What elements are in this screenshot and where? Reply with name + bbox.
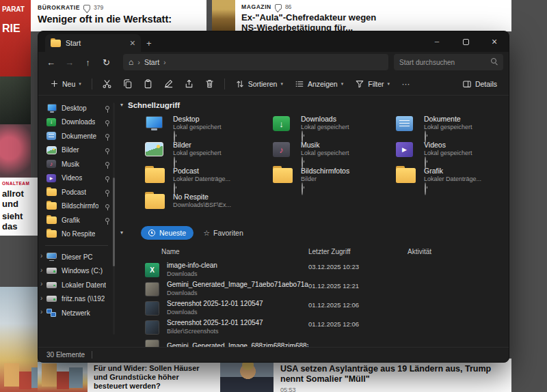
tile-podcast[interactable]: PodcastLokaler Datenträge... xyxy=(145,167,273,193)
sidebar-item-bilder[interactable]: Bilder xyxy=(38,143,115,158)
sidebar-item-bildschirmfotos[interactable]: Bildschirmfo xyxy=(38,199,115,214)
forward-button[interactable] xyxy=(61,54,78,70)
search-input[interactable] xyxy=(399,59,487,66)
chevron-down-icon[interactable] xyxy=(120,102,123,108)
sidebar-scrollbar[interactable] xyxy=(113,102,115,335)
image-thumbnail-icon xyxy=(145,320,159,335)
column-header-activity[interactable]: Aktivität xyxy=(408,248,431,255)
file-row[interactable]: Screenshot 2025-12-01 120547Bilder\Scree… xyxy=(120,318,503,337)
search-box[interactable] xyxy=(394,54,503,70)
sidebar-item-downloads[interactable]: Downloads xyxy=(38,115,115,130)
chevron-right-icon[interactable] xyxy=(40,309,42,316)
cut-button[interactable] xyxy=(98,75,116,93)
article-card-usa[interactable]: USA setzen Asylanträge aus 19 Ländern au… xyxy=(274,359,511,392)
delete-button[interactable] xyxy=(200,75,219,93)
tile-videos[interactable]: VideosLokal gespeichert xyxy=(396,141,509,167)
tile-bildschirmfotos[interactable]: BildschirmfotosBilder xyxy=(273,167,396,193)
article-photo[interactable] xyxy=(0,76,31,124)
folder-icon xyxy=(145,194,165,209)
folder-icon xyxy=(51,40,61,47)
sidebar-item-dieser-pc[interactable]: Dieser PC xyxy=(38,250,115,264)
rename-button[interactable] xyxy=(159,75,178,93)
sidebar-item-videos[interactable]: Videos xyxy=(38,171,115,186)
article-card-steuer[interactable]: Für und Wider: Sollen Häuser und Grundst… xyxy=(88,359,220,392)
article-card-buerokratie[interactable]: BÜROKRATIE 379 Weniger oft in die Werkst… xyxy=(31,0,206,31)
sidebar-item-netzwerk[interactable]: Netzwerk xyxy=(38,306,115,320)
details-button[interactable]: Details xyxy=(457,76,502,92)
article-card-magazin[interactable]: MAGAZIN 86 Ex-"Aula"-Chefredakteur wegen… xyxy=(212,0,511,31)
chevron-down-icon xyxy=(341,81,344,86)
copy-button[interactable] xyxy=(118,75,137,93)
tile-desktop[interactable]: DesktopLokal gespeichert xyxy=(145,115,273,141)
sidebar-item-no-respite[interactable]: No Respite xyxy=(38,227,115,242)
tab-start[interactable]: Start xyxy=(45,34,141,52)
view-button[interactable]: Anzeigen xyxy=(290,76,348,92)
file-row[interactable]: image-info-cleanDownloads 03.12.2025 10:… xyxy=(120,260,503,279)
image-thumbnail-icon xyxy=(145,339,159,348)
recent-tab[interactable]: Neueste xyxy=(141,226,194,240)
sidebar-item-desktop[interactable]: Desktop xyxy=(38,101,115,115)
sidebar-item-dokumente[interactable]: Dokumente xyxy=(38,129,115,143)
article-photo[interactable] xyxy=(0,124,31,178)
sidebar-item-podcast[interactable]: Podcast xyxy=(38,185,115,199)
paste-button[interactable] xyxy=(139,75,157,93)
article-card-left[interactable]: ONALTEAM allrot und sieht das xyxy=(0,178,38,236)
tile-no-respite[interactable]: No RespiteDownloads\BSF\Ex... xyxy=(145,193,273,219)
up-button[interactable] xyxy=(79,54,96,70)
favorites-tab[interactable]: ☆ Favoriten xyxy=(199,229,248,238)
folder-icon xyxy=(46,216,57,224)
tile-musik[interactable]: MusikLokal gespeichert xyxy=(273,141,396,167)
sidebar-item-windows-c[interactable]: Windows (C:) xyxy=(38,264,115,279)
tile-downloads[interactable]: DownloadsLokal gespeichert xyxy=(273,115,396,141)
minimize-button[interactable] xyxy=(423,31,451,52)
command-bar: Neu Sortieren Anzeigen F xyxy=(38,72,509,96)
chevron-right-icon[interactable] xyxy=(40,281,42,288)
sidebar-item-lokaler-datentraeger[interactable]: Lokaler Datent xyxy=(38,278,115,292)
column-header-last-access[interactable]: Letzter Zugriff xyxy=(308,248,408,255)
chevron-down-icon[interactable] xyxy=(120,230,123,236)
pin-icon xyxy=(105,190,109,194)
article-headline: Ex-"Aula"-Chefredakteur wegen xyxy=(241,12,376,23)
maximize-icon xyxy=(463,39,469,45)
share-button[interactable] xyxy=(180,75,198,93)
sidebar-item-fritz-nas[interactable]: fritz.nas (\\192 xyxy=(38,292,115,307)
maximize-button[interactable] xyxy=(451,31,480,52)
more-button[interactable]: ··· xyxy=(397,75,415,93)
tile-dokumente[interactable]: DokumenteLokal gespeichert xyxy=(396,115,509,141)
sidebar-item-grafik[interactable]: Grafik xyxy=(38,213,115,227)
breadcrumb[interactable]: Start xyxy=(123,54,388,70)
new-tab-button[interactable] xyxy=(146,39,152,48)
breadcrumb-segment-start[interactable]: Start xyxy=(144,58,159,66)
back-button[interactable] xyxy=(42,54,59,70)
article-photo-trump[interactable] xyxy=(220,359,274,392)
sidebar-item-musik[interactable]: Musik xyxy=(38,157,115,171)
article-illustration[interactable] xyxy=(38,362,88,392)
image-thumbnail-icon xyxy=(145,301,159,316)
chevron-right-icon[interactable] xyxy=(40,253,42,260)
poster-text: PARAT xyxy=(0,0,31,13)
home-icon[interactable] xyxy=(129,58,133,66)
nas-drive-icon xyxy=(46,296,57,302)
column-header-name[interactable]: Name xyxy=(161,248,308,255)
chevron-right-icon[interactable] xyxy=(40,267,42,274)
clock-icon xyxy=(148,229,155,236)
chevron-right-icon[interactable] xyxy=(40,295,42,302)
file-explorer-window: Start Start xyxy=(38,31,509,363)
filter-button[interactable]: Filter xyxy=(350,76,395,92)
article-poster-image[interactable]: PARAT RIE xyxy=(0,0,31,76)
close-button[interactable] xyxy=(480,31,509,52)
sort-button[interactable]: Sortieren xyxy=(230,76,288,92)
scrollbar-thumb[interactable] xyxy=(113,178,115,266)
new-button[interactable]: Neu xyxy=(45,76,86,91)
pin-icon xyxy=(174,156,175,169)
article-timestamp: 05:53 xyxy=(280,387,505,392)
file-row[interactable]: Screenshot 2025-12-01 120547Downloads 01… xyxy=(120,298,503,318)
file-row[interactable]: Gemini_Generated_Image_688zim688zim688z xyxy=(120,337,503,347)
file-row[interactable]: Gemini_Generated_Image_71aebo71aebo71aeD… xyxy=(120,279,503,298)
tab-close-icon[interactable] xyxy=(130,38,135,48)
refresh-button[interactable] xyxy=(98,54,115,70)
article-illustration[interactable] xyxy=(0,287,38,392)
section-quick-access[interactable]: Schnellzugriff xyxy=(120,100,503,111)
tile-grafik[interactable]: GrafikLokaler Datenträge... xyxy=(396,167,509,193)
tile-bilder[interactable]: BilderLokal gespeichert xyxy=(145,141,273,167)
